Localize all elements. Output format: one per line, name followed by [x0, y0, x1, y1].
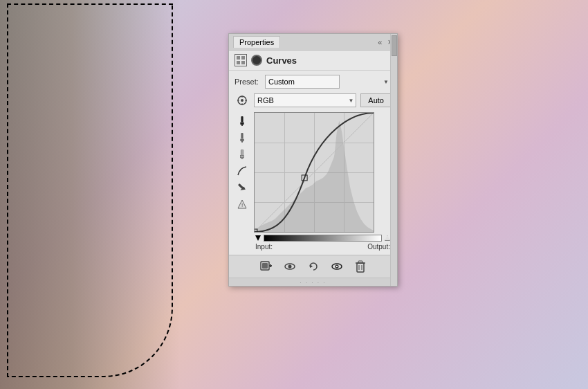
- svg-rect-38: [358, 261, 362, 263]
- curves-header: Curves: [229, 51, 397, 71]
- grid-svg: [237, 56, 245, 64]
- svg-rect-11: [240, 123, 244, 125]
- visibility-button[interactable]: [281, 259, 299, 274]
- panel-bottom-toolbar: [229, 255, 397, 278]
- preset-select[interactable]: Custom Default Linear Contrast Medium Co…: [265, 75, 340, 89]
- channel-select-wrapper: RGB Red Green Blue: [254, 93, 356, 107]
- panel-titlebar: Properties « ×: [229, 34, 397, 51]
- svg-marker-18: [241, 158, 243, 159]
- svg-rect-1: [241, 56, 245, 60]
- svg-rect-2: [237, 61, 240, 64]
- curves-main: !: [235, 112, 392, 251]
- warning-icon: !: [237, 199, 247, 209]
- properties-panel: Properties « × Curves Preset:: [228, 33, 398, 287]
- curve-svg: [255, 113, 374, 232]
- delete-button[interactable]: [351, 259, 369, 274]
- pencil-icon: [237, 183, 247, 192]
- panel-content: Preset: Custom Default Linear Contrast M…: [229, 71, 397, 255]
- eyedropper-white-icon: [237, 150, 247, 159]
- curves-grid-icon: [235, 54, 247, 66]
- add-mask-button[interactable]: [257, 259, 275, 274]
- eyedropper-gray-btn[interactable]: [235, 130, 250, 145]
- pencil-draw-btn[interactable]: [235, 180, 250, 195]
- smooth-curve-btn[interactable]: [235, 163, 250, 179]
- svg-point-5: [241, 99, 244, 102]
- svg-marker-12: [241, 125, 243, 126]
- channel-select[interactable]: RGB Red Green Blue: [254, 93, 356, 107]
- svg-rect-16: [241, 150, 243, 156]
- preset-select-wrapper: Custom Default Linear Contrast Medium Co…: [265, 75, 392, 89]
- eyedropper-gray-icon: [237, 133, 247, 143]
- curves-circle-icon: [251, 55, 262, 66]
- curves-graph-wrapper: Input: Output:: [254, 112, 392, 251]
- svg-rect-13: [241, 133, 243, 139]
- io-labels: Input: Output:: [254, 243, 392, 251]
- output-label: Output:: [367, 243, 390, 251]
- svg-rect-10: [241, 116, 243, 123]
- curves-graph[interactable]: [254, 112, 374, 233]
- black-point-slider: [255, 235, 261, 241]
- svg-point-31: [288, 265, 291, 269]
- properties-tab[interactable]: Properties: [233, 36, 280, 48]
- svg-rect-3: [241, 61, 245, 64]
- delete-icon: [355, 260, 366, 273]
- smooth-curve-icon: [237, 166, 247, 176]
- eyedropper-white-btn[interactable]: [235, 147, 250, 162]
- svg-point-35: [336, 266, 337, 267]
- curves-adjust-icon[interactable]: [235, 93, 250, 108]
- eye-active-button[interactable]: [328, 259, 346, 274]
- svg-rect-0: [237, 56, 240, 60]
- svg-marker-15: [241, 141, 243, 143]
- reset-icon: [307, 261, 320, 272]
- curves-title: Curves: [266, 55, 297, 66]
- eyedropper-black-icon: [237, 116, 247, 126]
- white-point-slider: [385, 235, 390, 241]
- svg-text:!: !: [241, 202, 243, 208]
- eyedropper-black-btn[interactable]: [235, 114, 250, 129]
- channel-row: RGB Red Green Blue Auto: [235, 93, 392, 108]
- warning-btn[interactable]: !: [235, 197, 250, 212]
- svg-rect-14: [240, 139, 244, 141]
- add-mask-icon: [260, 261, 273, 272]
- target-icon-svg: [237, 95, 248, 106]
- svg-rect-29: [270, 264, 271, 267]
- input-label: Input:: [255, 243, 273, 251]
- svg-marker-32: [310, 264, 313, 268]
- bg-castle: [0, 0, 180, 389]
- auto-button[interactable]: Auto: [360, 93, 392, 107]
- visibility-icon: [284, 261, 296, 272]
- bottom-slider-row: [254, 235, 392, 242]
- panel-handle: · · · · ·: [229, 278, 397, 286]
- svg-rect-17: [240, 156, 244, 158]
- panel-title-left: Properties: [233, 36, 280, 48]
- svg-rect-27: [262, 263, 268, 269]
- reset-button[interactable]: [304, 259, 322, 274]
- eye-active-icon: [331, 261, 343, 272]
- preset-label: Preset:: [235, 78, 261, 86]
- svg-rect-36: [357, 263, 364, 272]
- scrollbar-thumb[interactable]: [392, 35, 397, 56]
- preset-row: Preset: Custom Default Linear Contrast M…: [235, 75, 392, 89]
- gradient-slider-track[interactable]: [264, 235, 382, 242]
- curves-toolbar: !: [235, 112, 251, 251]
- collapse-icon[interactable]: «: [378, 38, 382, 46]
